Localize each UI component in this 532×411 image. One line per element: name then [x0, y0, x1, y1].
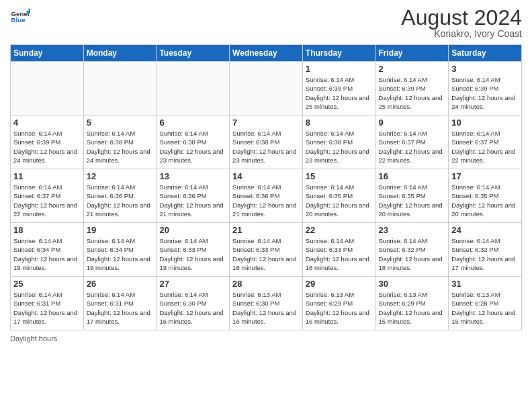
- calendar-week-5: 25Sunrise: 6:14 AM Sunset: 6:31 PM Dayli…: [11, 277, 522, 330]
- day-number: 30: [379, 279, 446, 289]
- day-info: Sunrise: 6:14 AM Sunset: 6:39 PM Dayligh…: [306, 75, 373, 111]
- day-number: 16: [379, 171, 446, 181]
- day-number: 15: [306, 171, 373, 181]
- day-info: Sunrise: 6:14 AM Sunset: 6:34 PM Dayligh…: [13, 236, 81, 272]
- day-info: Sunrise: 6:14 AM Sunset: 6:35 PM Dayligh…: [306, 183, 373, 218]
- table-row: 2Sunrise: 6:14 AM Sunset: 6:39 PM Daylig…: [375, 62, 449, 116]
- day-number: 4: [13, 118, 81, 128]
- day-info: Sunrise: 6:14 AM Sunset: 6:32 PM Dayligh…: [451, 236, 519, 272]
- table-row: 15Sunrise: 6:14 AM Sunset: 6:35 PM Dayli…: [302, 169, 375, 223]
- day-info: Sunrise: 6:14 AM Sunset: 6:33 PM Dayligh…: [306, 236, 373, 272]
- calendar-week-2: 4Sunrise: 6:14 AM Sunset: 6:39 PM Daylig…: [11, 116, 522, 169]
- day-number: 29: [306, 279, 373, 289]
- table-row: 21Sunrise: 6:14 AM Sunset: 6:33 PM Dayli…: [230, 223, 303, 277]
- table-row: 7Sunrise: 6:14 AM Sunset: 6:38 PM Daylig…: [230, 116, 303, 169]
- col-tuesday: Tuesday: [157, 45, 230, 62]
- table-row: 1Sunrise: 6:14 AM Sunset: 6:39 PM Daylig…: [302, 62, 375, 116]
- title-block: August 2024 Koriakro, Ivory Coast: [401, 7, 522, 39]
- day-info: Sunrise: 6:14 AM Sunset: 6:33 PM Dayligh…: [159, 236, 226, 272]
- table-row: 4Sunrise: 6:14 AM Sunset: 6:39 PM Daylig…: [11, 116, 84, 169]
- calendar-header-row: Sunday Monday Tuesday Wednesday Thursday…: [11, 45, 522, 62]
- col-wednesday: Wednesday: [230, 45, 303, 62]
- table-row: 29Sunrise: 6:13 AM Sunset: 6:29 PM Dayli…: [302, 277, 375, 330]
- table-row: 5Sunrise: 6:14 AM Sunset: 6:38 PM Daylig…: [83, 116, 157, 169]
- day-info: Sunrise: 6:14 AM Sunset: 6:38 PM Dayligh…: [232, 129, 300, 165]
- day-number: 22: [306, 225, 373, 235]
- day-number: 26: [87, 279, 154, 289]
- table-row: 14Sunrise: 6:14 AM Sunset: 6:36 PM Dayli…: [230, 169, 303, 223]
- calendar-week-3: 11Sunrise: 6:14 AM Sunset: 6:37 PM Dayli…: [11, 169, 522, 223]
- table-row: 30Sunrise: 6:13 AM Sunset: 6:29 PM Dayli…: [375, 277, 449, 330]
- day-number: 14: [232, 171, 300, 181]
- day-number: 5: [87, 118, 154, 128]
- header: General Blue August 2024 Koriakro, Ivory…: [10, 7, 522, 39]
- day-number: 28: [232, 279, 300, 289]
- month-year-title: August 2024: [401, 7, 522, 28]
- location-subtitle: Koriakro, Ivory Coast: [401, 28, 522, 39]
- day-number: 18: [13, 225, 81, 235]
- table-row: [11, 62, 84, 116]
- day-number: 21: [232, 225, 300, 235]
- calendar-week-4: 18Sunrise: 6:14 AM Sunset: 6:34 PM Dayli…: [11, 223, 522, 277]
- day-info: Sunrise: 6:14 AM Sunset: 6:39 PM Dayligh…: [13, 129, 81, 165]
- day-info: Sunrise: 6:14 AM Sunset: 6:38 PM Dayligh…: [87, 129, 154, 165]
- logo: General Blue: [10, 7, 30, 27]
- footer: Daylight hours: [10, 334, 522, 342]
- day-info: Sunrise: 6:14 AM Sunset: 6:39 PM Dayligh…: [379, 75, 446, 111]
- table-row: 16Sunrise: 6:14 AM Sunset: 6:35 PM Dayli…: [375, 169, 449, 223]
- table-row: 27Sunrise: 6:14 AM Sunset: 6:30 PM Dayli…: [157, 277, 230, 330]
- table-row: 11Sunrise: 6:14 AM Sunset: 6:37 PM Dayli…: [11, 169, 84, 223]
- day-number: 12: [87, 171, 154, 181]
- table-row: 12Sunrise: 6:14 AM Sunset: 6:36 PM Dayli…: [83, 169, 157, 223]
- day-number: 23: [379, 225, 446, 235]
- calendar-week-1: 1Sunrise: 6:14 AM Sunset: 6:39 PM Daylig…: [11, 62, 522, 116]
- day-info: Sunrise: 6:13 AM Sunset: 6:30 PM Dayligh…: [232, 290, 300, 326]
- day-info: Sunrise: 6:13 AM Sunset: 6:28 PM Dayligh…: [451, 290, 519, 326]
- col-thursday: Thursday: [302, 45, 375, 62]
- table-row: 31Sunrise: 6:13 AM Sunset: 6:28 PM Dayli…: [449, 277, 522, 330]
- daylight-hours-label: Daylight hours: [10, 334, 57, 342]
- day-number: 25: [13, 279, 81, 289]
- day-number: 3: [451, 64, 519, 74]
- day-info: Sunrise: 6:14 AM Sunset: 6:31 PM Dayligh…: [87, 290, 154, 326]
- day-number: 10: [451, 118, 519, 128]
- day-info: Sunrise: 6:14 AM Sunset: 6:35 PM Dayligh…: [451, 183, 519, 218]
- day-number: 24: [451, 225, 519, 235]
- table-row: 18Sunrise: 6:14 AM Sunset: 6:34 PM Dayli…: [11, 223, 84, 277]
- col-friday: Friday: [375, 45, 449, 62]
- table-row: 10Sunrise: 6:14 AM Sunset: 6:37 PM Dayli…: [449, 116, 522, 169]
- table-row: 6Sunrise: 6:14 AM Sunset: 6:38 PM Daylig…: [157, 116, 230, 169]
- day-info: Sunrise: 6:14 AM Sunset: 6:33 PM Dayligh…: [232, 236, 300, 272]
- day-info: Sunrise: 6:14 AM Sunset: 6:39 PM Dayligh…: [451, 75, 519, 111]
- day-info: Sunrise: 6:14 AM Sunset: 6:35 PM Dayligh…: [379, 183, 446, 218]
- day-info: Sunrise: 6:14 AM Sunset: 6:30 PM Dayligh…: [159, 290, 226, 326]
- table-row: 22Sunrise: 6:14 AM Sunset: 6:33 PM Dayli…: [302, 223, 375, 277]
- day-number: 13: [159, 171, 226, 181]
- table-row: 23Sunrise: 6:14 AM Sunset: 6:32 PM Dayli…: [375, 223, 449, 277]
- table-row: 3Sunrise: 6:14 AM Sunset: 6:39 PM Daylig…: [449, 62, 522, 116]
- day-info: Sunrise: 6:14 AM Sunset: 6:37 PM Dayligh…: [451, 129, 519, 165]
- logo-icon: General Blue: [10, 7, 30, 27]
- table-row: 8Sunrise: 6:14 AM Sunset: 6:38 PM Daylig…: [302, 116, 375, 169]
- day-number: 6: [159, 118, 226, 128]
- col-monday: Monday: [83, 45, 157, 62]
- table-row: 24Sunrise: 6:14 AM Sunset: 6:32 PM Dayli…: [449, 223, 522, 277]
- table-row: 25Sunrise: 6:14 AM Sunset: 6:31 PM Dayli…: [11, 277, 84, 330]
- col-saturday: Saturday: [449, 45, 522, 62]
- day-number: 11: [13, 171, 81, 181]
- day-info: Sunrise: 6:13 AM Sunset: 6:29 PM Dayligh…: [379, 290, 446, 326]
- table-row: 13Sunrise: 6:14 AM Sunset: 6:36 PM Dayli…: [157, 169, 230, 223]
- day-number: 31: [451, 279, 519, 289]
- table-row: 28Sunrise: 6:13 AM Sunset: 6:30 PM Dayli…: [230, 277, 303, 330]
- day-info: Sunrise: 6:14 AM Sunset: 6:31 PM Dayligh…: [13, 290, 81, 326]
- day-info: Sunrise: 6:14 AM Sunset: 6:36 PM Dayligh…: [159, 183, 226, 218]
- day-info: Sunrise: 6:14 AM Sunset: 6:34 PM Dayligh…: [87, 236, 154, 272]
- table-row: [230, 62, 303, 116]
- day-info: Sunrise: 6:14 AM Sunset: 6:38 PM Dayligh…: [306, 129, 373, 165]
- day-info: Sunrise: 6:14 AM Sunset: 6:36 PM Dayligh…: [87, 183, 154, 218]
- day-info: Sunrise: 6:14 AM Sunset: 6:37 PM Dayligh…: [379, 129, 446, 165]
- day-info: Sunrise: 6:14 AM Sunset: 6:37 PM Dayligh…: [13, 183, 81, 218]
- col-sunday: Sunday: [11, 45, 84, 62]
- day-number: 7: [232, 118, 300, 128]
- table-row: [157, 62, 230, 116]
